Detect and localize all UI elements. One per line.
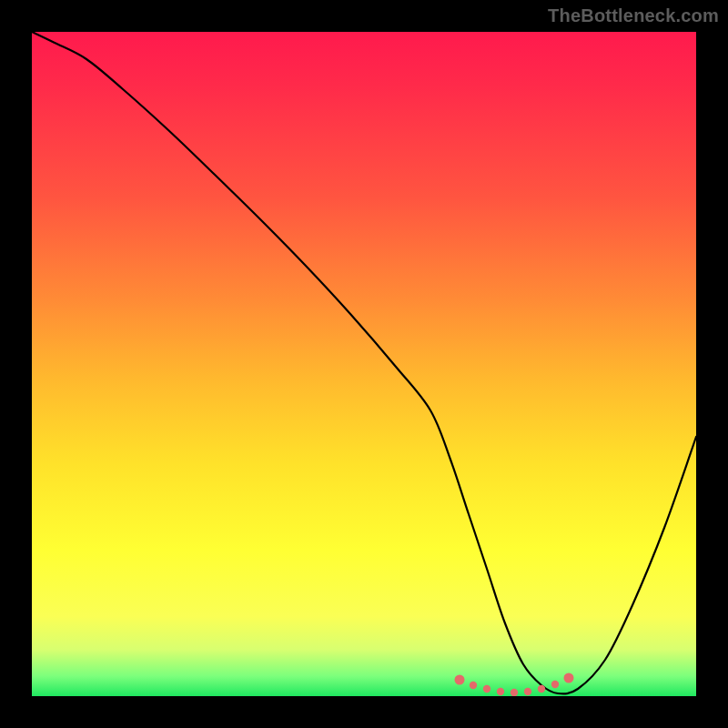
bottleneck-curve	[32, 32, 696, 693]
sweet-spot-marker	[455, 675, 465, 685]
sweet-spot-marker	[470, 682, 477, 689]
sweet-spot-marker	[551, 681, 559, 688]
sweet-spot-marker	[564, 673, 574, 683]
plot-area	[32, 32, 696, 696]
watermark-label: TheBottleneck.com	[548, 5, 719, 26]
sweet-spot-marker	[524, 688, 531, 695]
chart-frame: TheBottleneck.com	[0, 0, 728, 728]
sweet-spot-marker	[511, 689, 518, 696]
chart-svg	[32, 32, 696, 696]
sweet-spot-marker	[483, 685, 490, 693]
sweet-spot-marker	[497, 688, 504, 695]
sweet-spot-marker	[538, 685, 545, 693]
